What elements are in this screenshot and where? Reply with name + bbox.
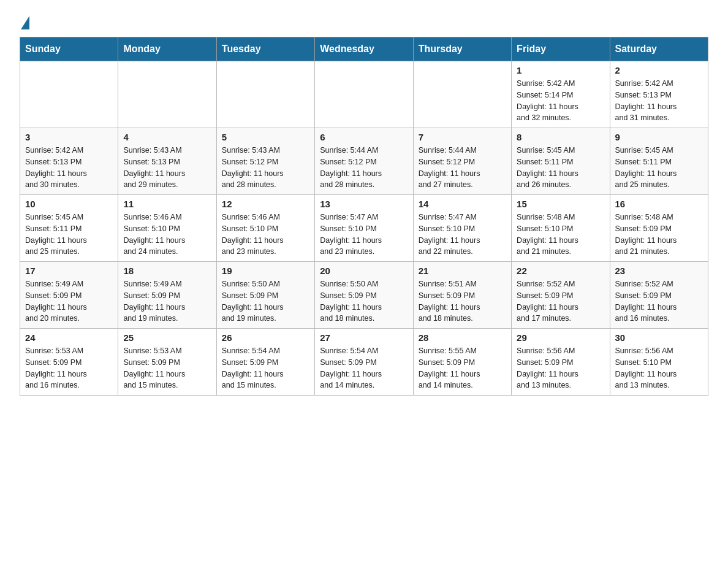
- day-info: Sunrise: 5:53 AM Sunset: 5:09 PM Dayligh…: [25, 345, 113, 391]
- day-info: Sunrise: 5:42 AM Sunset: 5:14 PM Dayligh…: [517, 78, 604, 124]
- day-number: 29: [517, 332, 604, 343]
- calendar-cell: 26Sunrise: 5:54 AM Sunset: 5:09 PM Dayli…: [216, 329, 314, 396]
- calendar-cell: 27Sunrise: 5:54 AM Sunset: 5:09 PM Dayli…: [315, 329, 413, 396]
- day-info: Sunrise: 5:55 AM Sunset: 5:09 PM Dayligh…: [419, 345, 506, 391]
- week-row-1: 1Sunrise: 5:42 AM Sunset: 5:14 PM Daylig…: [20, 61, 708, 128]
- weekday-header-tuesday: Tuesday: [216, 37, 314, 61]
- calendar-cell: 23Sunrise: 5:52 AM Sunset: 5:09 PM Dayli…: [610, 262, 708, 329]
- calendar-cell: 29Sunrise: 5:56 AM Sunset: 5:09 PM Dayli…: [512, 329, 610, 396]
- calendar-cell: 21Sunrise: 5:51 AM Sunset: 5:09 PM Dayli…: [413, 262, 511, 329]
- calendar-cell: 28Sunrise: 5:55 AM Sunset: 5:09 PM Dayli…: [413, 329, 511, 396]
- day-number: 7: [419, 132, 506, 142]
- calendar-cell: 1Sunrise: 5:42 AM Sunset: 5:14 PM Daylig…: [512, 61, 610, 128]
- calendar-cell: [118, 61, 216, 128]
- week-row-5: 24Sunrise: 5:53 AM Sunset: 5:09 PM Dayli…: [20, 329, 708, 396]
- day-info: Sunrise: 5:42 AM Sunset: 5:13 PM Dayligh…: [615, 78, 703, 124]
- calendar-cell: [315, 61, 413, 128]
- day-number: 11: [123, 199, 211, 209]
- weekday-header-sunday: Sunday: [20, 37, 118, 61]
- calendar-cell: 12Sunrise: 5:46 AM Sunset: 5:10 PM Dayli…: [216, 195, 314, 262]
- day-info: Sunrise: 5:48 AM Sunset: 5:09 PM Dayligh…: [615, 212, 703, 258]
- day-info: Sunrise: 5:52 AM Sunset: 5:09 PM Dayligh…: [615, 278, 703, 324]
- week-row-4: 17Sunrise: 5:49 AM Sunset: 5:09 PM Dayli…: [20, 262, 708, 329]
- day-info: Sunrise: 5:45 AM Sunset: 5:11 PM Dayligh…: [517, 145, 604, 191]
- day-info: Sunrise: 5:44 AM Sunset: 5:12 PM Dayligh…: [419, 145, 506, 191]
- calendar-cell: 16Sunrise: 5:48 AM Sunset: 5:09 PM Dayli…: [610, 195, 708, 262]
- day-info: Sunrise: 5:47 AM Sunset: 5:10 PM Dayligh…: [320, 212, 408, 258]
- calendar-cell: 9Sunrise: 5:45 AM Sunset: 5:11 PM Daylig…: [610, 128, 708, 195]
- day-info: Sunrise: 5:46 AM Sunset: 5:10 PM Dayligh…: [123, 212, 211, 258]
- day-number: 14: [419, 199, 506, 209]
- calendar-cell: 18Sunrise: 5:49 AM Sunset: 5:09 PM Dayli…: [118, 262, 216, 329]
- day-number: 23: [615, 266, 703, 276]
- day-number: 19: [222, 266, 309, 276]
- day-info: Sunrise: 5:45 AM Sunset: 5:11 PM Dayligh…: [25, 212, 113, 258]
- day-number: 4: [123, 132, 211, 142]
- calendar-cell: 3Sunrise: 5:42 AM Sunset: 5:13 PM Daylig…: [20, 128, 118, 195]
- weekday-header-thursday: Thursday: [413, 37, 511, 61]
- day-number: 10: [25, 199, 113, 209]
- calendar-cell: 6Sunrise: 5:44 AM Sunset: 5:12 PM Daylig…: [315, 128, 413, 195]
- day-number: 9: [615, 132, 703, 142]
- page-header: [20, 15, 708, 27]
- calendar-cell: [216, 61, 314, 128]
- calendar-table: SundayMondayTuesdayWednesdayThursdayFrid…: [20, 37, 708, 396]
- calendar-cell: 17Sunrise: 5:49 AM Sunset: 5:09 PM Dayli…: [20, 262, 118, 329]
- day-number: 8: [517, 132, 604, 142]
- day-number: 21: [419, 266, 506, 276]
- day-info: Sunrise: 5:43 AM Sunset: 5:13 PM Dayligh…: [123, 145, 211, 191]
- week-row-2: 3Sunrise: 5:42 AM Sunset: 5:13 PM Daylig…: [20, 128, 708, 195]
- day-info: Sunrise: 5:51 AM Sunset: 5:09 PM Dayligh…: [419, 278, 506, 324]
- calendar-cell: [20, 61, 118, 128]
- logo-triangle-icon: [21, 16, 29, 29]
- day-number: 27: [320, 332, 408, 343]
- day-info: Sunrise: 5:52 AM Sunset: 5:09 PM Dayligh…: [517, 278, 604, 324]
- day-info: Sunrise: 5:47 AM Sunset: 5:10 PM Dayligh…: [419, 212, 506, 258]
- weekday-header-friday: Friday: [512, 37, 610, 61]
- day-number: 18: [123, 266, 211, 276]
- day-number: 26: [222, 332, 309, 343]
- day-info: Sunrise: 5:54 AM Sunset: 5:09 PM Dayligh…: [320, 345, 408, 391]
- day-info: Sunrise: 5:56 AM Sunset: 5:09 PM Dayligh…: [517, 345, 604, 391]
- day-info: Sunrise: 5:46 AM Sunset: 5:10 PM Dayligh…: [222, 212, 309, 258]
- day-number: 3: [25, 132, 113, 142]
- logo: [20, 15, 29, 27]
- calendar-cell: 5Sunrise: 5:43 AM Sunset: 5:12 PM Daylig…: [216, 128, 314, 195]
- day-number: 22: [517, 266, 604, 276]
- day-number: 28: [419, 332, 506, 343]
- week-row-3: 10Sunrise: 5:45 AM Sunset: 5:11 PM Dayli…: [20, 195, 708, 262]
- calendar-cell: 8Sunrise: 5:45 AM Sunset: 5:11 PM Daylig…: [512, 128, 610, 195]
- calendar-cell: 14Sunrise: 5:47 AM Sunset: 5:10 PM Dayli…: [413, 195, 511, 262]
- day-info: Sunrise: 5:49 AM Sunset: 5:09 PM Dayligh…: [25, 278, 113, 324]
- day-number: 17: [25, 266, 113, 276]
- calendar-cell: 13Sunrise: 5:47 AM Sunset: 5:10 PM Dayli…: [315, 195, 413, 262]
- day-number: 6: [320, 132, 408, 142]
- day-info: Sunrise: 5:50 AM Sunset: 5:09 PM Dayligh…: [320, 278, 408, 324]
- day-number: 13: [320, 199, 408, 209]
- day-number: 5: [222, 132, 309, 142]
- weekday-header-saturday: Saturday: [610, 37, 708, 61]
- day-info: Sunrise: 5:56 AM Sunset: 5:10 PM Dayligh…: [615, 345, 703, 391]
- day-number: 2: [615, 65, 703, 75]
- day-info: Sunrise: 5:42 AM Sunset: 5:13 PM Dayligh…: [25, 145, 113, 191]
- calendar-cell: 20Sunrise: 5:50 AM Sunset: 5:09 PM Dayli…: [315, 262, 413, 329]
- calendar-cell: 25Sunrise: 5:53 AM Sunset: 5:09 PM Dayli…: [118, 329, 216, 396]
- weekday-header-row: SundayMondayTuesdayWednesdayThursdayFrid…: [20, 37, 708, 61]
- day-number: 24: [25, 332, 113, 343]
- day-number: 25: [123, 332, 211, 343]
- calendar-cell: 30Sunrise: 5:56 AM Sunset: 5:10 PM Dayli…: [610, 329, 708, 396]
- weekday-header-wednesday: Wednesday: [315, 37, 413, 61]
- calendar-cell: 10Sunrise: 5:45 AM Sunset: 5:11 PM Dayli…: [20, 195, 118, 262]
- day-info: Sunrise: 5:48 AM Sunset: 5:10 PM Dayligh…: [517, 212, 604, 258]
- day-info: Sunrise: 5:45 AM Sunset: 5:11 PM Dayligh…: [615, 145, 703, 191]
- day-info: Sunrise: 5:49 AM Sunset: 5:09 PM Dayligh…: [123, 278, 211, 324]
- day-number: 30: [615, 332, 703, 343]
- day-info: Sunrise: 5:54 AM Sunset: 5:09 PM Dayligh…: [222, 345, 309, 391]
- day-number: 20: [320, 266, 408, 276]
- calendar-cell: 22Sunrise: 5:52 AM Sunset: 5:09 PM Dayli…: [512, 262, 610, 329]
- calendar-cell: 24Sunrise: 5:53 AM Sunset: 5:09 PM Dayli…: [20, 329, 118, 396]
- calendar-cell: 7Sunrise: 5:44 AM Sunset: 5:12 PM Daylig…: [413, 128, 511, 195]
- day-info: Sunrise: 5:53 AM Sunset: 5:09 PM Dayligh…: [123, 345, 211, 391]
- calendar-cell: 2Sunrise: 5:42 AM Sunset: 5:13 PM Daylig…: [610, 61, 708, 128]
- weekday-header-monday: Monday: [118, 37, 216, 61]
